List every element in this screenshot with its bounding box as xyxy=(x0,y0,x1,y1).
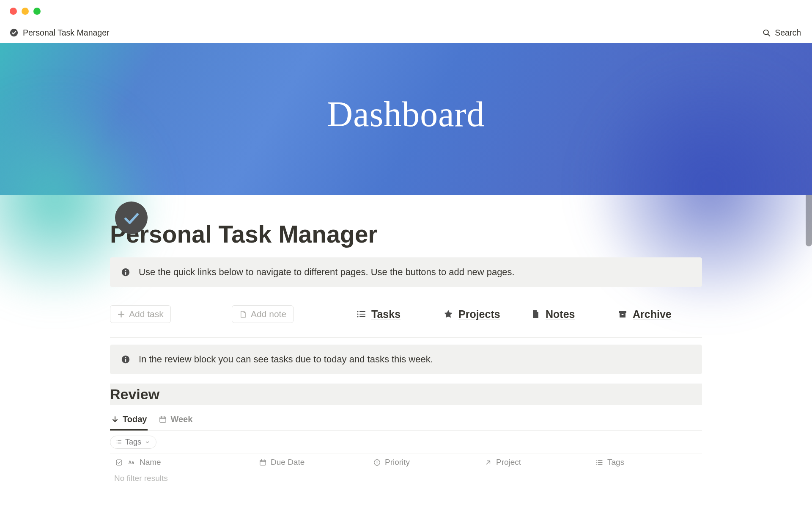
column-project-label: Project xyxy=(496,458,521,467)
calendar-icon xyxy=(259,458,267,467)
quick-actions-row: Add task Add note Tasks xyxy=(110,301,702,331)
column-checkbox[interactable] xyxy=(110,458,128,467)
svg-point-23 xyxy=(117,442,118,443)
svg-rect-17 xyxy=(125,359,126,362)
tab-week[interactable]: Week xyxy=(158,410,193,431)
checkmark-icon xyxy=(123,209,140,227)
svg-point-16 xyxy=(125,357,126,358)
list-icon xyxy=(595,458,604,467)
plus-icon xyxy=(117,310,125,318)
svg-point-35 xyxy=(377,463,378,464)
topbar: Personal Task Manager Search xyxy=(0,22,812,43)
add-note-label: Add note xyxy=(251,309,286,319)
svg-point-38 xyxy=(596,464,597,465)
svg-rect-12 xyxy=(619,311,626,313)
list-icon xyxy=(116,439,122,445)
archive-icon xyxy=(617,309,628,319)
star-icon xyxy=(443,309,453,319)
breadcrumb[interactable]: Personal Task Manager xyxy=(9,28,110,38)
list-icon xyxy=(356,309,366,319)
search-icon xyxy=(762,28,771,37)
review-heading[interactable]: Review xyxy=(110,384,702,405)
column-name[interactable]: Aa Name xyxy=(128,458,259,467)
divider xyxy=(110,337,702,338)
column-name-label: Name xyxy=(140,458,161,467)
window-zoom-icon[interactable] xyxy=(33,8,41,15)
window-minimize-icon[interactable] xyxy=(22,8,29,15)
svg-rect-28 xyxy=(116,460,122,465)
callout-review-text: In the review block you can see tasks du… xyxy=(139,354,433,365)
column-priority-label: Priority xyxy=(385,458,410,467)
window-chrome xyxy=(0,0,812,22)
priority-icon xyxy=(373,458,381,467)
column-tags-label: Tags xyxy=(607,458,624,467)
svg-point-7 xyxy=(357,313,358,315)
divider xyxy=(110,294,702,294)
add-note-button[interactable]: Add note xyxy=(232,305,294,323)
svg-point-24 xyxy=(117,443,118,444)
column-priority[interactable]: Priority xyxy=(373,458,484,467)
add-task-button[interactable]: Add task xyxy=(110,305,171,323)
search-label: Search xyxy=(775,28,801,38)
page-title[interactable]: Personal Task Manager xyxy=(110,220,702,248)
svg-point-8 xyxy=(357,316,358,317)
callout-quicklinks-text: Use the quick links below to navigate to… xyxy=(139,267,515,278)
svg-point-37 xyxy=(596,462,597,463)
filter-tags-chip[interactable]: Tags xyxy=(110,436,156,449)
table-empty-state: No filter results xyxy=(110,471,702,486)
cover-title: Dashboard xyxy=(327,94,485,135)
svg-rect-13 xyxy=(620,313,625,318)
column-tags[interactable]: Tags xyxy=(595,458,702,467)
tab-today-label: Today xyxy=(123,414,147,424)
svg-point-6 xyxy=(357,311,358,312)
svg-rect-14 xyxy=(622,314,624,315)
page-content: Personal Task Manager Use the quick link… xyxy=(55,220,757,486)
page-scroll-area[interactable]: Dashboard Personal Task Manager Use the … xyxy=(0,43,812,508)
info-icon xyxy=(121,355,130,364)
svg-point-36 xyxy=(596,460,597,461)
column-project[interactable]: Project xyxy=(484,458,595,467)
column-due-date[interactable]: Due Date xyxy=(259,458,373,467)
link-projects-label: Projects xyxy=(458,308,500,320)
tab-today[interactable]: Today xyxy=(110,410,148,431)
svg-rect-30 xyxy=(260,460,266,465)
svg-line-2 xyxy=(768,34,770,36)
link-archive-label: Archive xyxy=(633,308,672,320)
checkbox-icon xyxy=(115,458,123,467)
link-tasks-label: Tasks xyxy=(371,308,401,320)
arrow-down-icon xyxy=(111,415,119,424)
link-notes-label: Notes xyxy=(546,308,575,320)
svg-rect-5 xyxy=(125,272,126,275)
filter-row: Tags xyxy=(110,431,702,453)
column-due-label: Due Date xyxy=(271,458,304,467)
breadcrumb-title: Personal Task Manager xyxy=(23,28,110,38)
callout-quicklinks: Use the quick links below to navigate to… xyxy=(110,257,702,287)
filter-tags-label: Tags xyxy=(125,438,141,447)
link-archive[interactable]: Archive xyxy=(617,308,672,320)
svg-rect-18 xyxy=(160,417,166,422)
svg-text:Aa: Aa xyxy=(129,460,134,465)
review-tabs: Today Week xyxy=(110,410,702,431)
checkmark-circle-icon xyxy=(9,28,19,37)
svg-point-0 xyxy=(10,29,18,36)
search-button[interactable]: Search xyxy=(762,28,801,38)
chevron-down-icon xyxy=(144,439,151,445)
text-aa-icon: Aa xyxy=(128,458,136,467)
window-close-icon[interactable] xyxy=(10,8,17,15)
tab-week-label: Week xyxy=(170,414,192,424)
note-icon xyxy=(239,310,247,318)
page-icon xyxy=(530,309,540,319)
link-projects[interactable]: Projects xyxy=(443,308,500,320)
calendar-icon xyxy=(159,415,167,424)
svg-point-22 xyxy=(117,440,118,441)
callout-review: In the review block you can see tasks du… xyxy=(110,345,702,374)
link-tasks[interactable]: Tasks xyxy=(356,308,401,320)
info-icon xyxy=(121,268,130,277)
cover-image[interactable]: Dashboard xyxy=(0,43,812,195)
link-notes[interactable]: Notes xyxy=(530,308,575,320)
svg-point-4 xyxy=(125,270,126,271)
add-task-label: Add task xyxy=(129,309,164,319)
page-icon[interactable] xyxy=(115,202,148,234)
arrow-upright-icon xyxy=(484,458,492,467)
table-header: Aa Name Due Date Priority Project Tags xyxy=(110,453,702,471)
